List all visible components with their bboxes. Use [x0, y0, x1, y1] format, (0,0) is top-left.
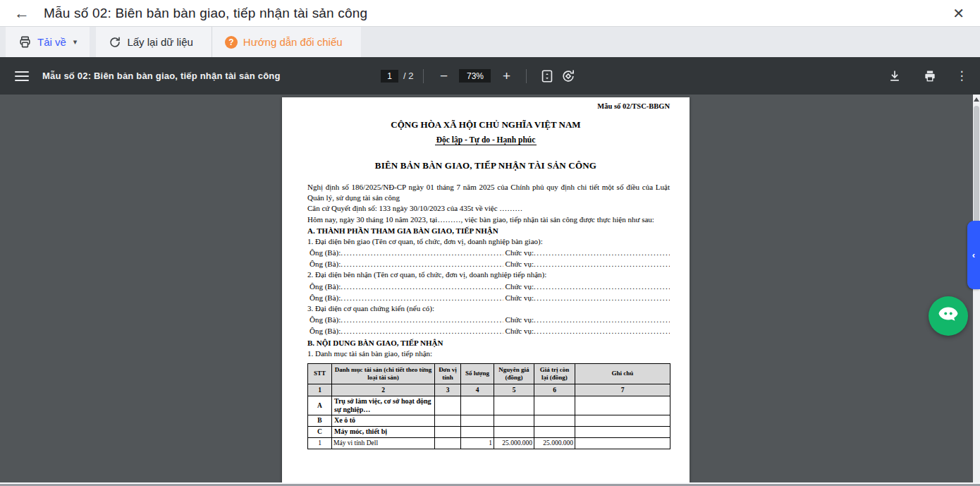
person-label: Ông (Bà):	[307, 247, 341, 258]
person-line: Ông (Bà):...............................…	[307, 258, 670, 269]
document-title: BIÊN BẢN BÀN GIAO, TIẾP NHẬN TÀI SẢN CÔN…	[282, 160, 690, 171]
dotted-line: ........................................…	[341, 325, 503, 336]
role-label: Chức vụ:	[503, 281, 534, 292]
person-label: Ông (Bà):	[307, 258, 341, 269]
person-label: Ông (Bà):	[307, 292, 341, 303]
side-panel-toggle[interactable]: ‹	[967, 221, 980, 289]
chat-bubble-icon	[936, 302, 961, 330]
fit-to-page-button[interactable]	[537, 68, 558, 84]
form-code: Mẫu số 02/TSC-BBGN	[282, 102, 670, 110]
modal-titlebar: ← Mẫu số 02: Biên bản bàn giao, tiếp nhậ…	[0, 0, 980, 27]
dotted-line: ........................................…	[534, 281, 670, 292]
page-total-label: / 2	[403, 71, 413, 81]
person-label: Ông (Bà):	[307, 325, 341, 336]
paragraph: Hôm nay, ngày 30 tháng 10 năm 2023, tại……	[307, 214, 670, 225]
toolbar-divider	[423, 69, 424, 83]
dotted-line: ........................................…	[534, 258, 670, 269]
pdf-page-controls: 1 / 2 − 73% +	[381, 68, 579, 84]
rotate-button[interactable]	[558, 68, 579, 84]
chat-support-button[interactable]	[929, 296, 968, 336]
download-label: Tải về	[37, 36, 66, 48]
back-arrow-icon[interactable]: ←	[14, 6, 31, 21]
paragraph: Nghị định số 186/2025/NĐ-CP ngày 01 thán…	[307, 182, 670, 203]
col-header: Danh mục tài sản (chi tiết theo từng loạ…	[332, 363, 435, 384]
table-row: CMáy móc, thiết bị	[308, 426, 670, 437]
document-body: Nghị định số 186/2025/NĐ-CP ngày 01 thán…	[307, 182, 670, 359]
pdf-toolbar: Mẫu số 02: Biên bản bàn giao, tiếp nhận …	[0, 57, 980, 95]
zoom-out-button[interactable]: −	[434, 68, 453, 84]
app-window: ← Mẫu số 02: Biên bản bàn giao, tiếp nhậ…	[0, 0, 980, 486]
more-options-icon[interactable]: ⋮	[955, 68, 969, 83]
bottom-edge-strip	[0, 482, 980, 486]
printer-icon	[18, 35, 32, 49]
caret-down-icon: ▾	[73, 37, 78, 47]
table-row: 1Máy vi tính Dell 1 25.000.00025.000.000	[308, 437, 670, 449]
help-icon: ?	[225, 36, 238, 49]
modal-title: Mẫu số 02: Biên bản bàn giao, tiếp nhận …	[44, 6, 367, 21]
list-item: 2. Đại diện bên nhận (Tên cơ quan, tổ ch…	[307, 269, 670, 280]
paragraph: Căn cứ Quyết định số: 133 ngày 30/10/202…	[307, 203, 670, 214]
person-line: Ông (Bà):...............................…	[307, 281, 670, 292]
pdf-document-title: Mẫu số 02: Biên bản bàn giao, tiếp nhận …	[42, 71, 281, 81]
column-number-row: 12 34 56 7	[308, 384, 670, 396]
dotted-line: ........................................…	[534, 325, 670, 336]
dotted-line: ........................................…	[341, 281, 503, 292]
role-label: Chức vụ:	[503, 247, 534, 258]
scrollbar-up-arrow-icon[interactable]	[974, 97, 979, 102]
col-header: Số lượng	[461, 363, 494, 384]
role-label: Chức vụ:	[503, 325, 534, 336]
close-icon[interactable]: ✕	[953, 5, 964, 22]
zoom-level-input[interactable]: 73%	[459, 69, 491, 83]
list-item: 3. Đại diện cơ quan chứng kiến (nếu có):	[307, 303, 670, 314]
section-b-heading: B. NỘI DUNG BÀN GIAO, TIẾP NHẬN	[307, 337, 670, 348]
dotted-line: ........................................…	[341, 314, 503, 325]
col-header: STT	[308, 363, 332, 384]
national-motto: Độc lập - Tự do - Hạnh phúc	[435, 135, 537, 145]
role-label: Chức vụ:	[503, 258, 534, 269]
table-row: BXe ô tô	[308, 415, 670, 426]
pdf-page: Mẫu số 02/TSC-BBGN CỘNG HÒA XÃ HỘI CHỦ N…	[282, 97, 690, 482]
download-file-icon[interactable]	[884, 69, 905, 83]
reload-label: Lấy lại dữ liệu	[127, 36, 192, 48]
list-item: 1. Đại diện bên giao (Tên cơ quan, tổ ch…	[307, 236, 670, 247]
col-header: Giá trị còn lại (đồng)	[534, 363, 575, 384]
pdf-right-actions: ⋮	[884, 68, 969, 83]
dotted-line: ........................................…	[534, 314, 670, 325]
national-title: CỘNG HÒA XÃ HỘI CHỦ NGHĨA VIỆT NAM	[282, 119, 690, 130]
print-icon[interactable]	[919, 69, 941, 83]
role-label: Chức vụ:	[503, 314, 534, 325]
dotted-line: ........................................…	[534, 247, 670, 258]
dotted-line: ........................................…	[534, 292, 670, 303]
zoom-in-button[interactable]: +	[496, 68, 516, 84]
person-label: Ông (Bà):	[307, 281, 341, 292]
col-header: Nguyên giá (đồng)	[494, 363, 534, 384]
person-line: Ông (Bà):...............................…	[307, 247, 670, 258]
person-line: Ông (Bà):...............................…	[307, 292, 670, 303]
download-button[interactable]: Tải về ▾	[6, 27, 90, 57]
col-header: Đơn vị tính	[435, 363, 461, 384]
table-header-row: STT Danh mục tài sản (chi tiết theo từng…	[308, 363, 670, 384]
person-line: Ông (Bà):...............................…	[307, 325, 670, 336]
pdf-viewer-canvas[interactable]: Mẫu số 02/TSC-BBGN CỘNG HÒA XÃ HỘI CHỦ N…	[0, 95, 980, 482]
reload-data-button[interactable]: Lấy lại dữ liệu	[96, 27, 211, 57]
table-row: ATrụ sở làm việc, cơ sở hoạt động sự ngh…	[308, 396, 670, 415]
toolbar-divider	[526, 69, 527, 83]
guide-label: Hướng dẫn đối chiếu	[243, 36, 343, 48]
person-label: Ông (Bà):	[307, 314, 341, 325]
section-a-heading: A. THÀNH PHẦN THAM GIA BÀN GIAO, TIẾP NH…	[307, 225, 670, 236]
asset-table: STT Danh mục tài sản (chi tiết theo từng…	[307, 363, 670, 449]
person-line: Ông (Bà):...............................…	[307, 314, 670, 325]
menu-icon[interactable]	[15, 68, 29, 84]
list-item: 1. Danh mục tài sản bàn giao, tiếp nhận:	[307, 348, 670, 359]
dotted-line: ........................................…	[341, 247, 503, 258]
col-header: Ghi chú	[575, 363, 670, 384]
role-label: Chức vụ:	[503, 292, 534, 303]
action-toolbar: Tải về ▾ Lấy lại dữ liệu ? Hướng dẫn đối…	[0, 27, 980, 57]
page-number-input[interactable]: 1	[381, 70, 398, 83]
refresh-icon	[109, 36, 121, 49]
dotted-line: ........................................…	[341, 258, 503, 269]
guide-link[interactable]: ? Hướng dẫn đối chiếu	[212, 27, 361, 57]
chevron-left-icon: ‹	[972, 250, 975, 260]
dotted-line: ........................................…	[341, 292, 503, 303]
